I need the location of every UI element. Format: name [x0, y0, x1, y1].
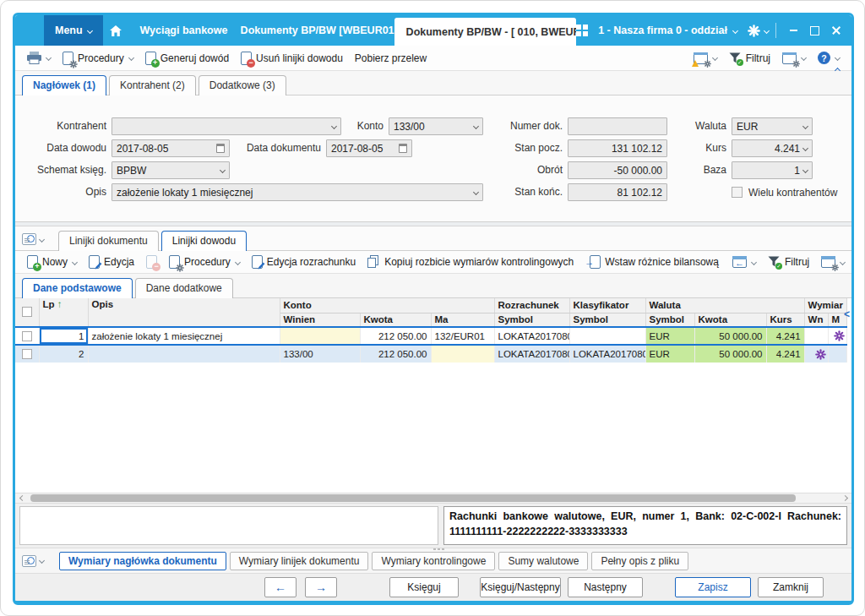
col-waluta-symbol[interactable]: Symbol	[645, 313, 694, 327]
tab-kontrahent[interactable]: Kontrahent (2)	[109, 75, 196, 95]
data-dowodu-input[interactable]: 2017-08-05	[112, 139, 230, 157]
table-row[interactable]: 2 133/00 212 050.00 LOKATA2017080 LOKATA…	[15, 345, 846, 363]
colgroup-klasyfikator[interactable]: Klasyfikator	[569, 298, 645, 313]
filter-button[interactable]: ✓ Filtruj	[724, 50, 775, 67]
btab-sumy-walutowe[interactable]: Sumy walutowe	[498, 552, 588, 570]
cell-opis[interactable]	[88, 345, 280, 363]
wielu-kontrahentow-checkbox[interactable]	[732, 187, 743, 198]
scrollbar-track[interactable]	[30, 494, 836, 502]
btab-wymiary-kontrolingowe[interactable]: Wymiary kontrolingowe	[372, 552, 495, 570]
opis-combo[interactable]: założenie lokaty 1 miesięcznej	[112, 183, 483, 201]
data-dokumentu-input[interactable]: 2017-08-05	[326, 139, 412, 157]
select-all-header[interactable]	[15, 298, 39, 327]
dimensions-gear-icon[interactable]	[834, 330, 845, 341]
row-checkbox[interactable]	[22, 349, 32, 359]
tab-linijki-dowodu[interactable]: Linijki dowodu	[161, 231, 247, 251]
settings-button[interactable]	[748, 25, 769, 37]
print-button[interactable]	[22, 49, 56, 67]
cell-klasyfikator[interactable]	[569, 327, 645, 345]
notes-panel[interactable]	[19, 506, 438, 545]
cell-rozrachunek[interactable]: LOKATA2017080	[494, 327, 569, 345]
nav-tab-wyciagi[interactable]: Wyciągi bankowe	[128, 15, 228, 46]
pobierz-przelew-button[interactable]: Pobierz przelew	[350, 50, 432, 67]
subtab-dane-podstawowe[interactable]: Dane podstawowe	[22, 278, 133, 298]
colgroup-waluta[interactable]: Waluta	[645, 298, 804, 313]
scrollbar-thumb[interactable]	[30, 494, 796, 502]
nowy-button[interactable]: + Nowy	[22, 253, 82, 271]
colgroup-wymiar[interactable]: Wymiar	[804, 298, 846, 313]
cell-konto-winien[interactable]	[280, 327, 360, 345]
usun-linijki-button[interactable]: − Usuń linijki dowodu	[236, 49, 348, 68]
scroll-right-arrow[interactable]	[838, 496, 851, 500]
edycja-rozrachunku-button[interactable]: Edycja rozrachunku	[247, 253, 361, 271]
cell-lp[interactable]: 1	[39, 327, 88, 345]
waluta-combo[interactable]: EUR	[732, 117, 813, 135]
ksieguj-button[interactable]: Księguj	[389, 577, 459, 597]
maximize-button[interactable]	[804, 15, 825, 46]
colgroup-rozrachunek[interactable]: Rozrachunek	[494, 298, 569, 313]
apps-grid-icon[interactable]	[576, 25, 588, 36]
cell-wn[interactable]	[804, 327, 828, 345]
col-kurs[interactable]: Kurs	[766, 313, 804, 327]
btab-wymiary-naglowka[interactable]: Wymiary nagłówka dokumentu	[59, 552, 226, 570]
btab-wymiary-linijek[interactable]: Wymiary linijek dokumentu	[230, 552, 369, 570]
schemat-combo[interactable]: BPBW	[112, 161, 230, 179]
close-button[interactable]	[825, 15, 846, 46]
nastepny-button[interactable]: Następny	[568, 577, 643, 597]
col-klasyfikator-symbol[interactable]: Symbol	[569, 313, 645, 327]
select-all-checkbox[interactable]	[22, 307, 32, 317]
wstaw-roznice-button[interactable]: → Wstaw różnice bilansową	[580, 253, 724, 271]
grid-settings-button[interactable]	[777, 50, 811, 67]
row-select-cell[interactable]	[15, 345, 39, 363]
cell-m[interactable]	[828, 345, 846, 363]
edycja-button[interactable]: Edycja	[84, 253, 139, 271]
view-selector[interactable]	[22, 233, 44, 250]
col-rozrachunek-symbol[interactable]: Symbol	[494, 313, 569, 327]
kontrahent-combo[interactable]	[112, 117, 341, 135]
tab-linijki-dokumentu[interactable]: Linijki dokumentu	[58, 231, 159, 251]
minimize-button[interactable]	[783, 15, 804, 46]
generuj-dowod-button[interactable]: + Generuj dowód	[140, 49, 234, 68]
zapisz-button[interactable]: Zapisz	[675, 577, 751, 597]
col-kwota[interactable]: Kwota	[360, 313, 431, 327]
col-lp[interactable]: Lp ↑	[39, 298, 88, 327]
nav-tab-dokumenty-active[interactable]: Dokumenty BP/BW - [ 010, BWEUR0	[394, 18, 577, 46]
procedury-button[interactable]: Procedury	[57, 49, 139, 68]
subtab-dane-dodatkowe[interactable]: Dane dodatkowe	[135, 278, 233, 298]
col-waluta-kwota[interactable]: Kwota	[694, 313, 766, 327]
cell-lp[interactable]: 2	[39, 345, 88, 363]
col-winien[interactable]: Winien	[280, 313, 360, 327]
cell-wn[interactable]	[804, 345, 828, 363]
cell-klasyfikator[interactable]: LOKATA20170805	[569, 345, 645, 363]
ksieguj-nastepny-button[interactable]: Księguj/Następny	[480, 577, 561, 597]
btab-pelny-opis[interactable]: Pełny opis z pliku	[591, 552, 688, 570]
tab-dodatkowe[interactable]: Dodatkowe (3)	[199, 75, 286, 95]
col-wn[interactable]: Wn	[804, 313, 828, 327]
cell-rozrachunek[interactable]: LOKATA2017080	[494, 345, 569, 363]
cell-waluta-kwota[interactable]: 50 000.00	[694, 345, 766, 363]
table-row[interactable]: 1 założenie lokaty 1 miesięcznej 212 050…	[15, 327, 846, 345]
dimensions-gear-icon[interactable]	[815, 349, 826, 360]
grid-settings-lines-button[interactable]	[816, 253, 850, 270]
filter-lines-button[interactable]: ✓ Filtruj	[763, 253, 814, 270]
cell-waluta-kwota[interactable]: 50 000.00	[694, 327, 766, 345]
row-checkbox[interactable]	[22, 331, 32, 341]
zamknij-button[interactable]: Zamknij	[758, 577, 824, 597]
prev-record-button[interactable]: ←	[264, 577, 296, 597]
cell-kwota[interactable]: 212 050.00	[360, 327, 431, 345]
horizontal-scrollbar[interactable]	[15, 493, 851, 504]
home-button[interactable]	[103, 15, 128, 46]
numer-dok-input[interactable]	[568, 117, 667, 135]
view-selector-bottom[interactable]	[22, 555, 44, 567]
cell-opis[interactable]: założenie lokaty 1 miesięcznej	[88, 327, 280, 345]
nav-tab-dokumenty-list[interactable]: Dokumenty BP/BW [WBEUR01: Wyc	[229, 15, 394, 46]
collapse-columns-icon[interactable]: <	[844, 308, 850, 320]
row-select-cell[interactable]	[15, 327, 39, 345]
workflow-settings-button[interactable]	[688, 50, 722, 67]
calendar-icon[interactable]	[399, 144, 407, 153]
cell-kurs[interactable]: 4.241	[766, 345, 804, 363]
cell-konto-ma[interactable]: 132/EUR01	[431, 327, 494, 345]
cell-kurs[interactable]: 4.241	[766, 327, 804, 345]
cell-waluta-symbol[interactable]: EUR	[645, 327, 694, 345]
scroll-left-arrow[interactable]	[15, 496, 29, 500]
